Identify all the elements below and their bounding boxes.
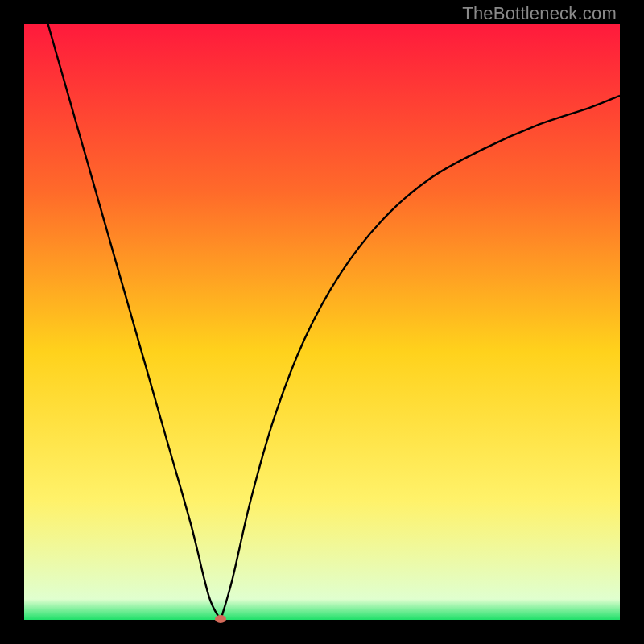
chart-frame: TheBottleneck.com	[0, 0, 644, 644]
plot-area	[24, 24, 620, 620]
background-gradient	[24, 24, 620, 620]
watermark-text: TheBottleneck.com	[462, 3, 617, 24]
svg-rect-0	[24, 24, 620, 620]
